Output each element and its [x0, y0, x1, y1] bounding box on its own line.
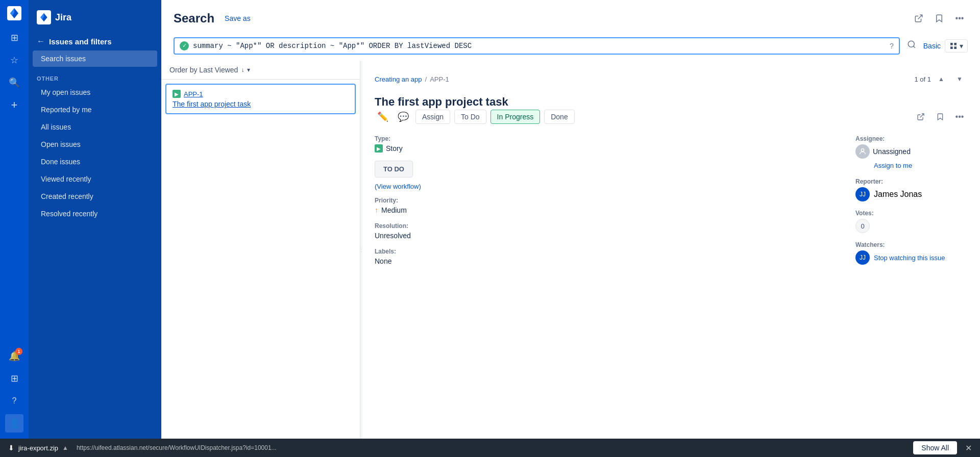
main-content: Search Save as ••• ✓ summary ~ "App*" OR…	[161, 0, 980, 439]
labels-value: None	[375, 257, 839, 265]
view-toggle[interactable]: ▾	[945, 39, 968, 53]
apps-icon[interactable]: ⊞	[5, 369, 23, 388]
order-chevron-icon[interactable]: ▾	[247, 66, 250, 73]
download-chevron-icon[interactable]: ▲	[62, 444, 68, 451]
sidebar-item-viewed-recently[interactable]: Viewed recently	[33, 171, 157, 187]
notification-icon[interactable]: 🔔 1	[5, 347, 23, 365]
done-button[interactable]: Done	[544, 110, 574, 124]
issue-key: APP-1	[184, 90, 203, 98]
close-bottom-bar-button[interactable]: ✕	[965, 443, 972, 453]
stop-watching-link[interactable]: Stop watching this issue	[874, 254, 945, 262]
reporter-row: JJ James Jonas	[855, 187, 968, 201]
create-icon[interactable]: +	[5, 96, 23, 114]
priority-value: ↑ Medium	[375, 206, 839, 214]
download-icon: ⬇	[8, 444, 14, 452]
watcher-avatar: JJ	[855, 250, 870, 265]
order-bar: Order by Last Viewed ↓ ▾	[161, 61, 360, 80]
resolution-value: Unresolved	[375, 232, 839, 240]
bookmark-icon[interactable]	[931, 10, 947, 27]
breadcrumb-project-link[interactable]: Creating an app	[375, 75, 422, 83]
watchers-label: Watchers:	[855, 241, 968, 248]
priority-up-icon: ↑	[375, 206, 378, 214]
more-detail-icon[interactable]: •••	[951, 109, 968, 125]
nav-down-icon[interactable]: ▼	[951, 71, 968, 87]
svg-line-2	[913, 46, 915, 47]
svg-line-7	[920, 114, 924, 117]
jql-help-icon[interactable]: ?	[890, 42, 894, 50]
show-all-button[interactable]: Show All	[913, 441, 957, 454]
nav-rail: ⊞ ☆ 🔍 + 🔔 1 ⊞ ? 👤	[0, 0, 29, 439]
issue-card-header: ▶ APP-1	[173, 90, 349, 98]
jira-logo[interactable]	[7, 6, 21, 20]
breadcrumb-separator: /	[425, 75, 427, 83]
svg-point-8	[861, 149, 864, 151]
view-workflow-link[interactable]: (View workflow)	[375, 183, 421, 190]
basic-toggle-button[interactable]: Basic	[923, 42, 941, 50]
jql-status-icon: ✓	[180, 41, 189, 50]
comment-icon[interactable]: 💬	[395, 109, 411, 125]
user-avatar[interactable]: 👤	[5, 414, 23, 433]
sidebar-item-search-issues[interactable]: Search issues	[33, 50, 157, 67]
jql-query[interactable]: summary ~ "App*" OR description ~ "App*"…	[193, 42, 886, 50]
assign-button[interactable]: Assign	[415, 110, 450, 124]
priority-text: Medium	[381, 206, 407, 214]
reporter-avatar: JJ	[855, 187, 870, 201]
sidebar-item-my-open-issues[interactable]: My open issues	[33, 84, 157, 100]
sidebar-item-created-recently[interactable]: Created recently	[33, 188, 157, 205]
action-bar: ✏️ 💬 Assign To Do In Progress Done •••	[375, 109, 968, 125]
assignee-value: Unassigned	[855, 144, 968, 159]
share-detail-icon[interactable]	[913, 109, 929, 125]
download-filename: jira-export.zip	[18, 444, 58, 452]
svg-line-0	[918, 15, 922, 19]
bottom-bar: ⬇ jira-export.zip ▲ https://uifeed.atlas…	[0, 439, 980, 457]
reporter-label: Reporter:	[855, 178, 968, 185]
share-icon[interactable]	[911, 10, 927, 27]
save-as-button[interactable]: Save as	[220, 12, 255, 24]
issue-title: The first app project task	[173, 100, 349, 108]
jql-search-icon[interactable]	[904, 37, 919, 55]
download-item: ⬇ jira-export.zip ▲	[8, 444, 68, 452]
sidebar-item-resolved-recently[interactable]: Resolved recently	[33, 206, 157, 222]
in-progress-button[interactable]: In Progress	[491, 110, 541, 124]
sidebar-section-other: OTHER	[29, 67, 161, 84]
assign-to-me-link[interactable]: Assign to me	[874, 162, 912, 169]
edit-icon[interactable]: ✏️	[375, 109, 391, 125]
nav-up-icon[interactable]: ▲	[933, 71, 949, 87]
priority-label: Priority:	[375, 197, 839, 204]
nav-count: 1 of 1	[914, 75, 931, 83]
sidebar-item-reported-by-me[interactable]: Reported by me	[33, 101, 157, 118]
to-do-button[interactable]: To Do	[454, 110, 486, 124]
sidebar-item-all-issues[interactable]: All issues	[33, 119, 157, 135]
story-icon: ▶	[375, 144, 383, 153]
breadcrumb-issue: APP-1	[430, 75, 449, 83]
sidebar-item-open-issues[interactable]: Open issues	[33, 136, 157, 153]
svg-rect-3	[950, 43, 953, 45]
detail-title: The first app project task	[375, 95, 968, 109]
watch-icon[interactable]	[932, 109, 948, 125]
sidebar-item-done-issues[interactable]: Done issues	[33, 154, 157, 170]
sidebar-logo	[37, 10, 51, 24]
help-icon[interactable]: ?	[5, 392, 23, 410]
detail-panel: Creating an app / APP-1 1 of 1 ▲ ▼ The f…	[362, 61, 980, 439]
votes-field: Votes: 0	[855, 210, 968, 233]
search-icon[interactable]: 🔍	[5, 73, 23, 92]
detail-nav: 1 of 1 ▲ ▼	[914, 71, 968, 87]
back-icon[interactable]: ←	[37, 37, 45, 46]
home-icon[interactable]: ⊞	[5, 29, 23, 47]
notification-badge: 1	[15, 348, 22, 355]
reporter-field: Reporter: JJ James Jonas	[855, 178, 968, 201]
sidebar: Jira ← Issues and filters Search issues …	[29, 0, 161, 439]
svg-rect-5	[950, 46, 953, 49]
issues-scroll: ▶ APP-1 The first app project task	[161, 80, 360, 439]
issue-card[interactable]: ▶ APP-1 The first app project task	[165, 84, 356, 114]
star-icon[interactable]: ☆	[5, 51, 23, 69]
more-icon[interactable]: •••	[951, 10, 968, 27]
type-text: Story	[386, 144, 403, 153]
svg-point-1	[908, 41, 914, 47]
action-bar-right: •••	[913, 109, 968, 125]
labels-field: Labels: None	[375, 248, 839, 265]
status-badge: TO DO	[375, 161, 413, 177]
type-field: Type: ▶ Story	[375, 135, 839, 153]
content-area: Order by Last Viewed ↓ ▾ ▶ APP-1 The fir…	[161, 61, 980, 439]
votes-label: Votes:	[855, 210, 968, 217]
